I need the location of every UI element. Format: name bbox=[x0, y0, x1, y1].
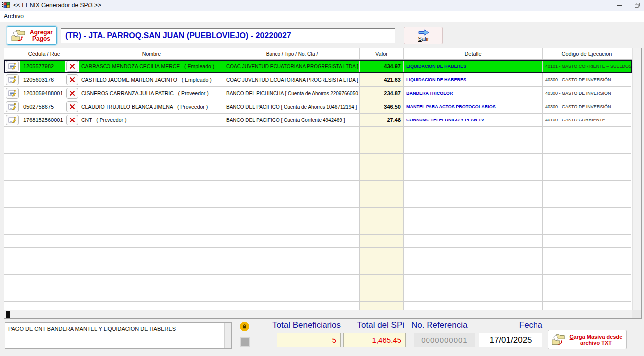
delete-row-button[interactable] bbox=[66, 61, 78, 72]
lock-icon bbox=[242, 324, 247, 329]
title-bar: << FENIX Generador de SPi3 >> bbox=[0, 0, 644, 11]
banco-cell: BANCO DEL PICHINCHA [ Cuenta de Ahorros … bbox=[224, 87, 360, 100]
lock-badge bbox=[240, 322, 249, 331]
delete-x-icon bbox=[69, 90, 75, 96]
empty-table-row bbox=[4, 127, 632, 140]
edit-row-button[interactable] bbox=[6, 61, 19, 72]
valor-cell: 234.87 bbox=[360, 87, 404, 100]
detalle-cell: LIQUIDACION DE HABERES bbox=[404, 73, 543, 87]
no-referencia-label: No. Referencia bbox=[411, 320, 486, 330]
bulk-load-folder-icon bbox=[551, 333, 566, 347]
grid-body: 1205577982 CARRASCO MENDOZA CECILIA MERC… bbox=[4, 60, 632, 310]
grid-header-row: Cédula / Ruc Nombre Banco / Tipo / No. C… bbox=[4, 48, 641, 60]
table-row[interactable]: 1205603176 CASTILLO JACOME MARLON JACINT… bbox=[4, 73, 632, 87]
salir-label: Salir bbox=[418, 36, 429, 42]
nombre-cell: CARRASCO MENDOZA CECILIA MERCE ( Emplead… bbox=[79, 60, 224, 73]
table-row[interactable]: 0502758675 CLAUDIO TRUJILLO BLANCA JIMEN… bbox=[4, 100, 632, 114]
total-spi-value: 1,465.45 bbox=[343, 333, 406, 347]
detalle-cell: BANDERA TRICOLOR bbox=[404, 87, 543, 100]
detalle-cell: LIQUIDACION DE HABERES bbox=[404, 60, 543, 73]
edit-note-icon bbox=[8, 90, 16, 97]
delete-row-button[interactable] bbox=[66, 115, 78, 125]
carga-masiva-button[interactable]: Carga Masiva desde archivo TXT bbox=[548, 330, 627, 349]
valor-cell: 27.48 bbox=[360, 114, 404, 127]
agregar-pagos-label: Agregar Pagos bbox=[26, 29, 56, 42]
cedula-cell: 0502758675 bbox=[20, 100, 65, 114]
agregar-pagos-button[interactable]: Agregar Pagos bbox=[7, 26, 57, 45]
banco-cell: BANCO DEL PACIFICO [ Cuenta de Ahorros 1… bbox=[224, 100, 360, 114]
delete-x-icon bbox=[69, 77, 75, 83]
header-cedula: Cédula / Ruc bbox=[20, 48, 65, 59]
empty-table-row bbox=[4, 208, 632, 221]
entity-title-field[interactable]: (TR) - JTA. PARROQ.SAN JUAN (PUEBLOVIEJO… bbox=[61, 28, 395, 43]
table-row[interactable]: 1768152560001 CNT ( Proveedor ) BANCO DE… bbox=[4, 114, 632, 127]
empty-table-row bbox=[4, 288, 632, 302]
empty-table-row bbox=[4, 154, 632, 167]
total-beneficiarios-value: 5 bbox=[277, 333, 341, 347]
toolbar: Agregar Pagos (TR) - JTA. PARROQ.SAN JUA… bbox=[0, 22, 644, 48]
nombre-cell: CISNEROS CARRANZA JULIA PATRIC ( Proveed… bbox=[79, 87, 224, 100]
banco-cell: COAC JUVENTUD ECUATORIANA PROGRESISTA LT… bbox=[224, 60, 360, 73]
valor-cell: 421.63 bbox=[360, 73, 404, 87]
salir-button[interactable]: Salir bbox=[404, 27, 443, 44]
cedula-cell: 1205577982 bbox=[20, 60, 65, 73]
restore-button[interactable] bbox=[630, 0, 644, 11]
empty-table-row bbox=[4, 302, 632, 310]
minimize-button[interactable] bbox=[608, 0, 630, 11]
delete-x-icon bbox=[69, 63, 75, 69]
empty-table-row bbox=[4, 235, 632, 248]
detalle-cell: CONSUMO TELEFONICO Y PLAN TV bbox=[404, 114, 543, 127]
edit-row-button[interactable] bbox=[6, 101, 19, 112]
edit-row-button[interactable] bbox=[6, 88, 19, 99]
cedula-cell: 1203059488001 bbox=[20, 87, 65, 100]
codigo-cell: 40300 - GASTO DE INVERSIÓN bbox=[543, 100, 631, 114]
banco-cell: COAC JUVENTUD ECUATORIANA PROGRESISTA LT… bbox=[224, 73, 360, 87]
empty-table-row bbox=[4, 261, 632, 275]
total-beneficiarios-label: Total Beneficiarios bbox=[257, 320, 341, 330]
menu-archivo[interactable]: Archivo bbox=[0, 11, 28, 22]
fecha-field[interactable]: 17/01/2025 bbox=[479, 333, 542, 347]
header-edit-column bbox=[4, 48, 20, 59]
menu-bar: Archivo bbox=[0, 11, 644, 22]
delete-row-button[interactable] bbox=[66, 101, 78, 112]
codigo-cell: 40300 - GASTO DE INVERSIÓN bbox=[543, 87, 631, 100]
edit-note-icon bbox=[8, 103, 16, 110]
header-delete-column bbox=[65, 48, 79, 59]
horizontal-scrollbar[interactable] bbox=[4, 310, 632, 318]
empty-table-row bbox=[4, 167, 632, 181]
delete-x-icon bbox=[69, 117, 75, 123]
cedula-cell: 1205603176 bbox=[20, 73, 65, 87]
header-detalle: Detalle bbox=[404, 48, 543, 59]
header-valor: Valor bbox=[360, 48, 404, 59]
edit-row-button[interactable] bbox=[6, 115, 19, 125]
codigo-cell: 40100 - GASTO CORRIENTE bbox=[543, 114, 631, 127]
empty-table-row bbox=[4, 275, 632, 288]
carga-masiva-label: Carga Masiva desde archivo TXT bbox=[566, 334, 626, 346]
payment-note-field[interactable]: PAGO DE CNT BANDERA MANTEL Y LIQUIDACION… bbox=[5, 322, 232, 349]
edit-row-button[interactable] bbox=[6, 74, 19, 85]
banco-cell: BANCO DEL PACIFICO [ Cuenta Corriente 49… bbox=[224, 114, 360, 127]
valor-cell: 434.97 bbox=[360, 60, 404, 73]
note-scrollbar[interactable] bbox=[224, 323, 231, 348]
table-row[interactable]: 1203059488001 CISNEROS CARRANZA JULIA PA… bbox=[4, 87, 632, 100]
empty-table-row bbox=[4, 248, 632, 261]
cedula-cell: 1768152560001 bbox=[20, 114, 65, 127]
minimize-icon bbox=[617, 5, 622, 6]
empty-table-row bbox=[4, 181, 632, 194]
status-square[interactable] bbox=[240, 337, 250, 347]
scrollbar-corner bbox=[632, 310, 641, 318]
codigo-cell: 40300 - GASTO DE INVERSIÓN bbox=[543, 73, 631, 87]
delete-row-button[interactable] bbox=[66, 74, 78, 85]
horizontal-scrollbar-thumb[interactable] bbox=[6, 311, 10, 318]
payment-note-text: PAGO DE CNT BANDERA MANTEL Y LIQUIDACION… bbox=[8, 326, 176, 332]
restore-icon bbox=[634, 2, 640, 8]
table-row[interactable]: 1205577982 CARRASCO MENDOZA CECILIA MERC… bbox=[4, 60, 632, 73]
delete-row-button[interactable] bbox=[66, 88, 78, 99]
window-title: << FENIX Generador de SPi3 >> bbox=[13, 2, 101, 9]
codigo-cell: 40101 - GASTO CORRIENTE – SUELDOS bbox=[543, 60, 631, 73]
total-spi-label: Total del SPi bbox=[343, 320, 404, 330]
vertical-scrollbar[interactable] bbox=[632, 48, 641, 310]
edit-note-icon bbox=[8, 117, 16, 123]
fecha-label: Fecha bbox=[492, 320, 542, 330]
header-nombre: Nombre bbox=[79, 48, 224, 59]
